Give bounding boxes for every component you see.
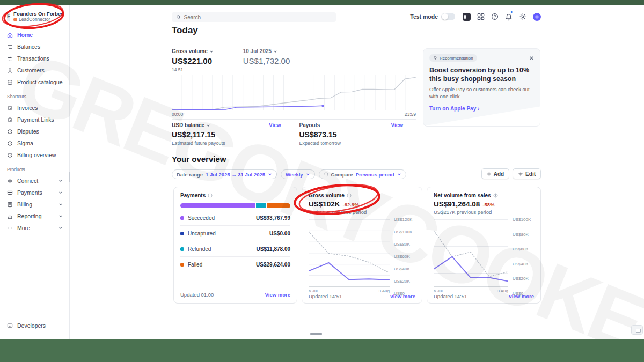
sidebar-item-label: Disputes — [17, 128, 39, 135]
sidebar-item-label: Billing — [17, 201, 32, 208]
notifications-bell[interactable] — [505, 12, 513, 21]
gross-volume-delta: -62.9% — [343, 202, 359, 208]
search-bar[interactable] — [172, 12, 336, 22]
sidebar-item-label: More — [17, 225, 30, 231]
date-range-filter[interactable]: Date range 1 Jul 2025 → 31 Jul 2025 — [172, 169, 277, 179]
sidebar-item-developers[interactable]: Developers — [7, 321, 46, 330]
net-volume-delta: -58% — [482, 202, 494, 208]
succeeded-dot — [180, 216, 184, 220]
recommendation-badge: Recommendation — [429, 54, 477, 62]
settings-gear-icon[interactable] — [519, 13, 526, 20]
gross-volume-card-title: Gross volume — [309, 193, 345, 198]
search-input[interactable] — [184, 14, 332, 20]
customers-icon — [7, 68, 13, 73]
gross-volume-stat-header[interactable]: Gross volume — [172, 48, 214, 54]
plus-icon — [535, 14, 539, 19]
recommendation-body: Offer Apple Pay so customers can check o… — [429, 86, 534, 100]
sidebar-item-payments[interactable]: Payments — [7, 188, 69, 197]
sidebar-item-billing[interactable]: Billing — [7, 200, 69, 209]
x-axis-end: 3 Aug — [497, 289, 508, 293]
sidebar-item-home[interactable]: Home — [7, 31, 69, 39]
legend-row-succeeded[interactable]: Succeeded US$93,767.99 — [180, 210, 290, 226]
payouts-label[interactable]: Payouts — [299, 122, 320, 128]
payments-icon — [7, 190, 13, 196]
payments-card-title: Payments — [180, 193, 206, 198]
compare-label: Compare — [331, 172, 353, 178]
lightbulb-icon — [433, 56, 437, 60]
legend-row-failed[interactable]: Failed US$29,624.00 — [180, 257, 290, 272]
legend-label: Failed — [188, 262, 202, 268]
balances-icon — [7, 44, 13, 50]
info-icon[interactable] — [493, 193, 498, 198]
close-icon[interactable] — [529, 56, 534, 61]
sidebar-item-payment-links[interactable]: Payment Links — [7, 115, 69, 124]
gross-volume-card: Gross volume US$102K -62.9% US$275K prev… — [302, 187, 422, 304]
x-axis-start: 00:00 — [172, 112, 183, 117]
test-mode-toggle[interactable] — [441, 13, 455, 20]
command-panel-icon[interactable] — [463, 13, 471, 21]
payments-view-more-link[interactable]: View more — [265, 292, 290, 298]
payments-stacked-bar — [180, 203, 290, 208]
usd-balance-view-link[interactable]: View — [269, 122, 281, 128]
bell-icon — [505, 13, 513, 21]
gross-volume-line-chart — [309, 219, 390, 287]
today-line-chart — [172, 74, 416, 110]
legend-row-uncaptured[interactable]: Uncaptured US$0.00 — [180, 226, 290, 241]
picture-in-picture-icon[interactable] — [631, 325, 643, 335]
leadconnector-logo-icon — [13, 18, 17, 21]
interval-filter[interactable]: Weekly — [281, 169, 315, 179]
test-mode-label: Test mode — [410, 13, 438, 20]
sidebar-item-label: Transactions — [17, 55, 49, 62]
clock-icon — [7, 129, 13, 135]
recommendation-card: Recommendation Boost conversion by up to… — [423, 48, 540, 127]
payouts-view-link[interactable]: View — [391, 122, 403, 128]
help-icon[interactable] — [491, 13, 499, 20]
apps-grid-icon[interactable] — [477, 13, 485, 20]
sidebar-item-label: Sigma — [17, 140, 33, 146]
sidebar-item-balances[interactable]: Balances — [7, 42, 69, 51]
sidebar-item-more[interactable]: More — [7, 224, 69, 232]
sidebar-item-product-catalogue[interactable]: Product catalogue — [7, 78, 69, 86]
top-letterbox-bar — [0, 0, 644, 5]
horizontal-scrollbar[interactable] — [310, 333, 322, 335]
create-button[interactable] — [533, 13, 541, 21]
account-avatar: F — [7, 12, 10, 21]
x-axis-start: 6 Jul — [434, 289, 443, 293]
usd-balance-sub: Estimated future payouts — [172, 141, 283, 146]
turn-on-apple-pay-link[interactable]: Turn on Apple Pay › — [429, 106, 534, 112]
legend-row-refunded[interactable]: Refunded US$11,878.00 — [180, 241, 290, 257]
usd-balance-value: US$2,117.15 — [172, 130, 283, 139]
clock-icon — [7, 141, 13, 146]
legend-amount: US$11,878.00 — [257, 246, 290, 252]
info-icon[interactable] — [347, 193, 352, 198]
usd-balance-label[interactable]: USD balance — [172, 122, 204, 128]
compare-date-header[interactable]: 10 Jul 2025 — [243, 48, 290, 54]
gross-volume-time: 14:51 — [172, 67, 214, 72]
x-axis-end: 3 Aug — [379, 289, 390, 293]
net-volume-y-axis: US$100KUS$80KUS$60KUS$40KUS$20KUS$0 — [508, 219, 534, 293]
info-icon[interactable] — [208, 193, 213, 198]
legend-label: Succeeded — [188, 215, 215, 221]
net-volume-card: Net volume from sales US$91,264.08 -58% … — [427, 187, 541, 304]
refunded-dot — [180, 247, 184, 251]
usd-balance-block: USD balance View US$2,117.15 Estimated f… — [172, 122, 294, 146]
add-button[interactable]: Add — [481, 168, 509, 179]
sidebar-item-transactions[interactable]: Transactions — [7, 54, 69, 63]
legend-label: Refunded — [188, 246, 211, 252]
sidebar-item-billing-overview[interactable]: Billing overview — [7, 151, 69, 159]
chevron-down-icon — [206, 123, 210, 128]
compare-filter[interactable]: Compare Previous period — [319, 169, 406, 179]
sidebar-scrollbar[interactable] — [69, 172, 70, 182]
sidebar-item-customers[interactable]: Customers — [7, 66, 69, 75]
sidebar-item-reporting[interactable]: Reporting — [7, 212, 69, 220]
sidebar-item-connect[interactable]: Connect — [7, 176, 69, 185]
gross-volume-y-axis: US$120KUS$100KUS$80KUS$60KUS$40KUS$20KUS… — [390, 219, 415, 293]
gear-icon — [518, 171, 523, 176]
sidebar-item-disputes[interactable]: Disputes — [7, 127, 69, 136]
date-range-label: Date range — [177, 172, 203, 178]
account-switcher[interactable]: F Founders On Forbes LeadConnector — [7, 11, 69, 22]
sidebar-item-invoices[interactable]: Invoices — [7, 104, 69, 112]
sidebar-item-sigma[interactable]: Sigma — [7, 139, 69, 147]
edit-button[interactable]: Edit — [513, 168, 541, 179]
product-catalogue-icon — [7, 79, 13, 85]
